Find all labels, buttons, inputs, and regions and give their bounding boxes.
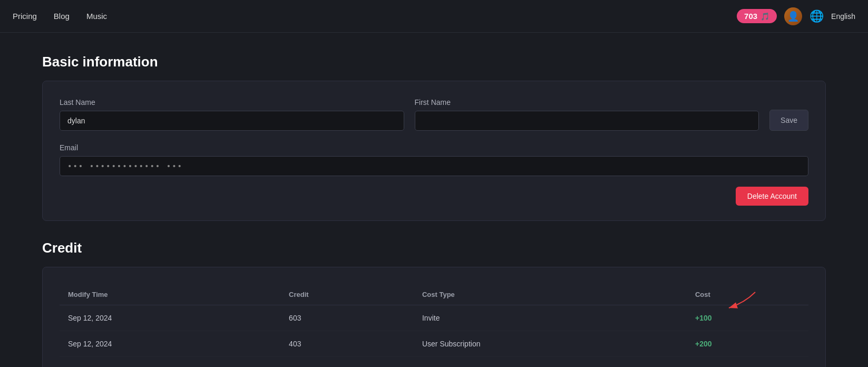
music-icon: 🎵 — [760, 12, 769, 21]
first-name-group: First Name — [415, 98, 759, 131]
navbar: Pricing Blog Music 703 🎵 👤 🌐 English — [0, 0, 868, 33]
nav-music[interactable]: Music — [86, 12, 107, 21]
row1-modify-time: Sep 12, 2024 — [60, 305, 280, 331]
card-footer: Delete Account — [60, 187, 808, 206]
nav-pricing[interactable]: Pricing — [13, 12, 37, 21]
save-button[interactable]: Save — [769, 110, 808, 131]
col-modify-time: Modify Time — [60, 284, 280, 305]
basic-info-card: Last Name First Name Save Email ••• ••••… — [42, 81, 826, 221]
main-content: Basic information Last Name First Name S… — [0, 33, 868, 367]
credit-table-header-row: Modify Time Credit Cost Type Cost — [60, 284, 808, 305]
last-name-group: Last Name — [60, 98, 404, 131]
row2-credit: 403 — [280, 331, 414, 357]
basic-info-title: Basic information — [42, 54, 826, 70]
nav-links: Pricing Blog Music — [13, 12, 737, 21]
nav-blog[interactable]: Blog — [54, 12, 70, 21]
avatar-image: 👤 — [787, 11, 799, 22]
row1-cost-value: +100 — [695, 314, 712, 322]
col-cost-type: Cost Type — [414, 284, 687, 305]
last-name-label: Last Name — [60, 98, 404, 107]
row1-credit: 603 — [280, 305, 414, 331]
email-value: ••• ••••••••••••• ••• — [60, 156, 808, 176]
credit-table-wrapper: Modify Time Credit Cost Type Cost Sep 12… — [60, 284, 808, 357]
globe-icon: 🌐 — [810, 9, 824, 23]
credit-table-body: Sep 12, 2024 603 Invite +100 — [60, 305, 808, 357]
credits-count: 703 — [744, 12, 757, 21]
credit-table: Modify Time Credit Cost Type Cost Sep 12… — [60, 284, 808, 357]
row2-cost-value: +200 — [695, 340, 712, 348]
col-credit: Credit — [280, 284, 414, 305]
credit-card: Modify Time Credit Cost Type Cost Sep 12… — [42, 267, 826, 367]
table-row: Sep 12, 2024 603 Invite +100 — [60, 305, 808, 331]
row2-modify-time: Sep 12, 2024 — [60, 331, 280, 357]
first-name-input[interactable] — [415, 111, 759, 131]
name-row: Last Name First Name Save — [60, 98, 808, 131]
email-label: Email — [60, 143, 808, 152]
credit-title: Credit — [42, 240, 826, 256]
row2-cost-type: User Subscription — [414, 331, 687, 357]
last-name-input[interactable] — [60, 111, 404, 131]
col-cost: Cost — [687, 284, 808, 305]
row1-cost: +100 — [687, 305, 808, 331]
nav-right: 703 🎵 👤 🌐 English — [737, 7, 855, 25]
credits-badge[interactable]: 703 🎵 — [737, 9, 777, 23]
delete-account-button[interactable]: Delete Account — [736, 187, 808, 206]
first-name-label: First Name — [415, 98, 759, 107]
credit-table-head: Modify Time Credit Cost Type Cost — [60, 284, 808, 305]
row2-cost: +200 — [687, 331, 808, 357]
language-label[interactable]: English — [831, 12, 855, 21]
email-group: Email ••• ••••••••••••• ••• — [60, 143, 808, 176]
avatar[interactable]: 👤 — [784, 7, 802, 25]
row1-cost-type: Invite — [414, 305, 687, 331]
table-row: Sep 12, 2024 403 User Subscription +200 — [60, 331, 808, 357]
